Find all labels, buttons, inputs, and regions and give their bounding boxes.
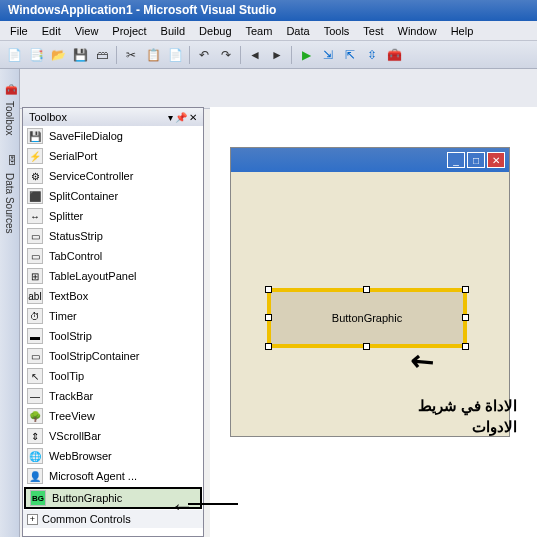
toolbox-icon[interactable]: 🧰 (384, 45, 404, 65)
toolbox-item-icon: abl (27, 288, 43, 304)
resize-handle[interactable] (462, 314, 469, 321)
dropdown-icon[interactable]: ▾ (168, 112, 173, 123)
copy-icon[interactable]: 📋 (143, 45, 163, 65)
buttongraphic-control[interactable]: ButtonGraphic (267, 288, 467, 348)
toolbox-item-splitter[interactable]: ↔Splitter (23, 206, 203, 226)
resize-handle[interactable] (462, 286, 469, 293)
resize-handle[interactable] (462, 343, 469, 350)
toolbox-item-toolstrip[interactable]: ▬ToolStrip (23, 326, 203, 346)
toolbox-item-tabcontrol[interactable]: ▭TabControl (23, 246, 203, 266)
add-item-icon[interactable]: 📑 (26, 45, 46, 65)
menu-edit[interactable]: Edit (36, 23, 67, 39)
close-icon[interactable]: ✕ (189, 112, 197, 123)
resize-handle[interactable] (265, 314, 272, 321)
window-title: WindowsApplication1 - Microsoft Visual S… (0, 0, 537, 21)
toolbox-item-textbox[interactable]: ablTextBox (23, 286, 203, 306)
toolbox-item-microsoft-agent-[interactable]: 👤Microsoft Agent ... (23, 466, 203, 486)
toolbox-item-vscrollbar[interactable]: ⇕VScrollBar (23, 426, 203, 446)
step-icon[interactable]: ⇲ (318, 45, 338, 65)
redo-icon[interactable]: ↷ (216, 45, 236, 65)
maximize-icon[interactable]: □ (467, 152, 485, 168)
annotation-line1: الاداة في شريط (418, 395, 517, 416)
undo-icon[interactable]: ↶ (194, 45, 214, 65)
form-window[interactable]: _ □ ✕ ButtonGraphic (230, 147, 510, 437)
toolbox-item-label: ServiceController (49, 170, 133, 182)
toolbox-item-label: VScrollBar (49, 430, 101, 442)
grip-icon[interactable]: ⋮⋮ (6, 2, 24, 13)
step-out-icon[interactable]: ⇳ (362, 45, 382, 65)
nav-fwd-icon[interactable]: ► (267, 45, 287, 65)
cut-icon[interactable]: ✂ (121, 45, 141, 65)
menu-file[interactable]: File (4, 23, 34, 39)
toolbox-item-splitcontainer[interactable]: ⬛SplitContainer (23, 186, 203, 206)
toolbox-item-tooltip[interactable]: ↖ToolTip (23, 366, 203, 386)
toolbox-item-label: TableLayoutPanel (49, 270, 136, 282)
menu-build[interactable]: Build (155, 23, 191, 39)
close-icon[interactable]: ✕ (487, 152, 505, 168)
toolbox-item-label: ToolStrip (49, 330, 92, 342)
toolbox-item-webbrowser[interactable]: 🌐WebBrowser (23, 446, 203, 466)
toolbox-item-icon: ▭ (27, 228, 43, 244)
toolbox-item-icon: 💾 (27, 128, 43, 144)
toolbox-item-icon: ⊞ (27, 268, 43, 284)
separator (189, 46, 190, 64)
resize-handle[interactable] (265, 286, 272, 293)
start-debug-icon[interactable]: ▶ (296, 45, 316, 65)
toolbox-title-text: Toolbox (29, 111, 67, 123)
menu-debug[interactable]: Debug (193, 23, 237, 39)
resize-handle[interactable] (265, 343, 272, 350)
step-over-icon[interactable]: ⇱ (340, 45, 360, 65)
menu-help[interactable]: Help (445, 23, 480, 39)
toolbox-item-label: StatusStrip (49, 230, 103, 242)
toolbox-item-trackbar[interactable]: —TrackBar (23, 386, 203, 406)
form-designer[interactable]: _ □ ✕ ButtonGraphic (210, 107, 537, 537)
toolbox-item-icon: 🌐 (27, 448, 43, 464)
resize-handle[interactable] (363, 286, 370, 293)
menu-tools[interactable]: Tools (318, 23, 356, 39)
pin-icon[interactable]: 📌 (175, 112, 187, 123)
menu-project[interactable]: Project (106, 23, 152, 39)
new-project-icon[interactable]: 📄 (4, 45, 24, 65)
toolbox-item-icon: ⇕ (27, 428, 43, 444)
annotation-arrow-icon: ← (170, 492, 194, 520)
open-icon[interactable]: 📂 (48, 45, 68, 65)
toolbox-item-timer[interactable]: ⏱Timer (23, 306, 203, 326)
menu-view[interactable]: View (69, 23, 105, 39)
toolbox-item-icon: ▭ (27, 348, 43, 364)
save-all-icon[interactable]: 🗃 (92, 45, 112, 65)
toolbox-item-label: Timer (49, 310, 77, 322)
menu-team[interactable]: Team (240, 23, 279, 39)
toolbox-item-serialport[interactable]: ⚡SerialPort (23, 146, 203, 166)
toolbox-item-statusstrip[interactable]: ▭StatusStrip (23, 226, 203, 246)
toolbox-item-label: WebBrowser (49, 450, 112, 462)
toolbox-item-tablelayoutpanel[interactable]: ⊞TableLayoutPanel (23, 266, 203, 286)
tab-toolbox[interactable]: 🧰 Toolbox (1, 77, 19, 141)
toolbox-item-toolstripcontainer[interactable]: ▭ToolStripContainer (23, 346, 203, 366)
toolbox-item-icon: — (27, 388, 43, 404)
toolbox-group-label: Common Controls (42, 513, 131, 525)
nav-back-icon[interactable]: ◄ (245, 45, 265, 65)
toolbox-item-savefiledialog[interactable]: 💾SaveFileDialog (23, 126, 203, 146)
save-icon[interactable]: 💾 (70, 45, 90, 65)
resize-handle[interactable] (363, 343, 370, 350)
menu-data[interactable]: Data (280, 23, 315, 39)
toolbox-item-icon: ▭ (27, 248, 43, 264)
tab-data-sources[interactable]: 🗄 Data Sources (1, 149, 19, 240)
expand-icon[interactable]: + (27, 514, 38, 525)
menu-window[interactable]: Window (392, 23, 443, 39)
paste-icon[interactable]: 📄 (165, 45, 185, 65)
toolbox-item-label: ButtonGraphic (52, 492, 122, 504)
tab-toolbox-label: Toolbox (4, 101, 15, 135)
menu-test[interactable]: Test (357, 23, 389, 39)
toolbox-item-icon: ↖ (27, 368, 43, 384)
toolbox-item-icon: ⬛ (27, 188, 43, 204)
secondary-toolbar: ⋮⋮ (0, 69, 537, 109)
toolbox-item-servicecontroller[interactable]: ⚙ServiceController (23, 166, 203, 186)
toolbox-item-label: ToolStripContainer (49, 350, 140, 362)
toolbox-item-icon: ▬ (27, 328, 43, 344)
minimize-icon[interactable]: _ (447, 152, 465, 168)
toolbox-item-treeview[interactable]: 🌳TreeView (23, 406, 203, 426)
separator (116, 46, 117, 64)
left-tab-strip: 🧰 Toolbox 🗄 Data Sources (0, 69, 20, 537)
annotation-text: الاداة في شريط الادوات (418, 395, 517, 437)
